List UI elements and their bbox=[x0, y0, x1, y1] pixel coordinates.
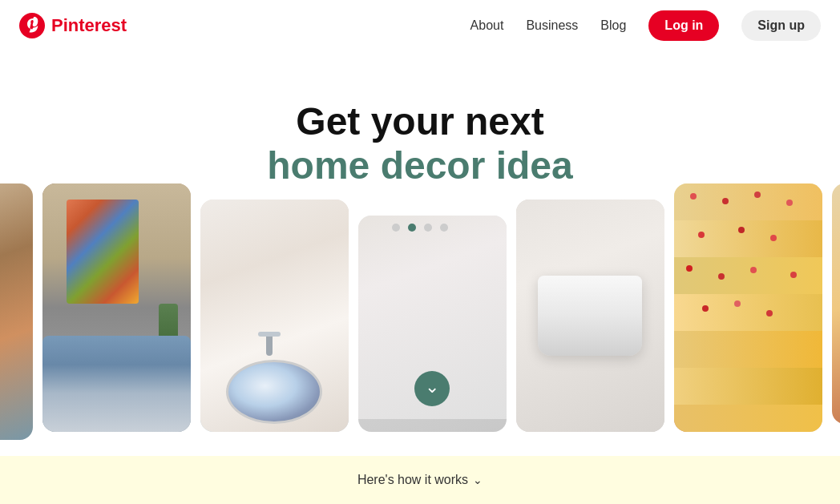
dot-1[interactable] bbox=[392, 224, 400, 232]
flower-8 bbox=[686, 265, 693, 272]
hero-section: Get your next home decor idea bbox=[0, 51, 840, 456]
navbar: Pinterest About Business Blog Log in Sig… bbox=[0, 0, 840, 51]
hero-line1: Get your next bbox=[267, 99, 572, 143]
dot-2[interactable] bbox=[408, 224, 416, 232]
image-card-5 bbox=[674, 183, 822, 432]
chevron-down-icon: ⌄ bbox=[473, 474, 483, 486]
stair-6 bbox=[674, 368, 822, 406]
bathroom-image bbox=[200, 200, 349, 432]
bedroom-art bbox=[67, 200, 139, 304]
flower-11 bbox=[790, 272, 797, 278]
nav-about[interactable]: About bbox=[470, 18, 504, 33]
dish-image bbox=[516, 200, 664, 432]
svg-point-0 bbox=[19, 13, 45, 38]
flower-3 bbox=[754, 192, 761, 198]
stair-3 bbox=[674, 257, 822, 296]
flower-5 bbox=[698, 232, 705, 238]
nav-business[interactable]: Business bbox=[526, 18, 578, 33]
logo[interactable]: Pinterest bbox=[19, 13, 127, 38]
image-card-4 bbox=[516, 200, 664, 432]
flower-12 bbox=[702, 305, 709, 312]
dot-3[interactable] bbox=[424, 224, 432, 232]
flower-4 bbox=[786, 200, 793, 206]
footer-text: Here's how it works bbox=[357, 473, 468, 487]
stair-5 bbox=[674, 331, 822, 369]
signup-button[interactable]: Sign up bbox=[741, 10, 821, 41]
bedroom-bed bbox=[42, 336, 191, 432]
stairs-image bbox=[674, 183, 822, 432]
flower-2 bbox=[722, 198, 729, 204]
hero-line2: home decor idea bbox=[267, 143, 572, 187]
faucet bbox=[250, 332, 298, 364]
image-card-1 bbox=[42, 183, 191, 432]
flower-9 bbox=[718, 273, 725, 280]
flower-14 bbox=[766, 310, 773, 317]
image-card-2 bbox=[200, 200, 349, 432]
login-button[interactable]: Log in bbox=[648, 10, 719, 41]
flower-1 bbox=[690, 193, 697, 200]
pinterest-logo-icon bbox=[19, 13, 45, 38]
slide-dots bbox=[392, 224, 448, 232]
sink-bowl bbox=[226, 360, 322, 424]
dish-shape bbox=[538, 276, 642, 356]
bedroom-image bbox=[42, 183, 191, 432]
dot-4[interactable] bbox=[440, 224, 448, 232]
scroll-down-button[interactable] bbox=[414, 371, 450, 406]
stair-2 bbox=[674, 220, 822, 259]
flower-7 bbox=[770, 235, 777, 241]
hero-text: Get your next home decor idea bbox=[267, 99, 572, 187]
nav-links: About Business Blog Log in Sign up bbox=[470, 10, 821, 41]
flower-10 bbox=[750, 267, 757, 273]
stair-4 bbox=[674, 294, 822, 333]
flower-13 bbox=[734, 300, 741, 307]
nav-blog[interactable]: Blog bbox=[600, 18, 626, 33]
flower-6 bbox=[738, 227, 745, 233]
image-card-6 bbox=[832, 183, 841, 424]
footer-bar[interactable]: Here's how it works ⌄ bbox=[0, 456, 840, 504]
image-card-0 bbox=[0, 183, 33, 440]
image-card-3 bbox=[358, 216, 507, 432]
logo-text: Pinterest bbox=[51, 15, 127, 36]
stair-1 bbox=[674, 183, 822, 222]
stair-7 bbox=[674, 405, 822, 432]
